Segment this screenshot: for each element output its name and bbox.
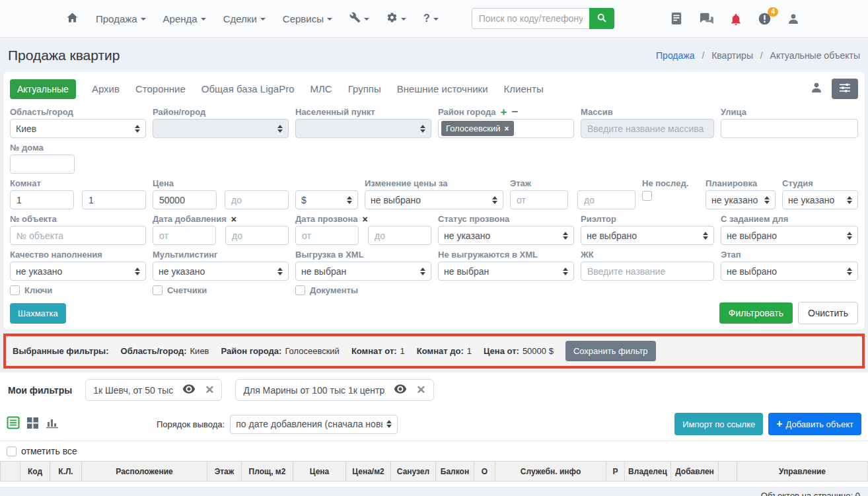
- delete-filter-icon[interactable]: ✕: [205, 384, 214, 396]
- col-r[interactable]: Р: [606, 462, 625, 481]
- col-bathroom[interactable]: Санузел: [391, 462, 436, 481]
- counters-checkbox[interactable]: [153, 285, 163, 295]
- tab-actual[interactable]: Актуальные: [10, 79, 76, 99]
- rooms-to-input[interactable]: [82, 190, 146, 209]
- floor-from-input[interactable]: [510, 190, 568, 209]
- with-task-for-select[interactable]: не выбрано: [721, 226, 858, 245]
- breadcrumb-link-sales[interactable]: Продажа: [656, 50, 694, 61]
- tab-mls[interactable]: МЛС: [310, 83, 332, 94]
- date-called-from-input[interactable]: [295, 226, 359, 245]
- district-city-select[interactable]: [153, 119, 289, 138]
- grid-view-icon[interactable]: [26, 417, 39, 432]
- chart-view-icon[interactable]: [46, 417, 59, 431]
- search-button[interactable]: [589, 8, 614, 29]
- filter-settings-button[interactable]: [832, 79, 858, 99]
- massiv-input[interactable]: [581, 119, 714, 138]
- saved-filter-name[interactable]: 1к Шевч, от 50 тыс: [93, 385, 173, 396]
- col-area[interactable]: Площ, м2: [242, 462, 293, 481]
- not-last-checkbox[interactable]: [642, 191, 652, 201]
- keys-checkbox[interactable]: [10, 285, 20, 295]
- remove-tag-icon[interactable]: ×: [505, 125, 509, 133]
- notifications-bell-icon[interactable]: [730, 12, 742, 26]
- list-view-icon[interactable]: [7, 416, 20, 432]
- nav-menu-sales[interactable]: Продажа: [96, 13, 146, 24]
- street-input[interactable]: [721, 119, 858, 138]
- gear-icon: [386, 12, 398, 25]
- breadcrumb-item[interactable]: Квартиры: [711, 50, 753, 61]
- settlement-select[interactable]: [295, 119, 431, 138]
- col-code[interactable]: Код: [20, 462, 50, 481]
- col-price[interactable]: Цена: [293, 462, 346, 481]
- multilisting-select[interactable]: не указано: [153, 262, 289, 281]
- tools-menu[interactable]: [349, 12, 369, 25]
- region-select[interactable]: Киев: [10, 119, 146, 138]
- date-added-to-input[interactable]: [225, 226, 289, 245]
- chess-view-button[interactable]: Шахматка: [10, 303, 66, 324]
- currency-select[interactable]: $: [295, 190, 358, 209]
- realtor-select[interactable]: не выбрано: [581, 226, 714, 245]
- layout-select[interactable]: не указано: [705, 190, 776, 209]
- documents-checkbox[interactable]: [295, 285, 305, 295]
- col-added[interactable]: Добавлен: [671, 462, 719, 481]
- tab-clients[interactable]: Клиенты: [504, 83, 544, 94]
- clear-date-added-icon[interactable]: ×: [231, 215, 236, 224]
- view-filter-eye-icon[interactable]: [182, 384, 196, 396]
- tab-groups[interactable]: Группы: [348, 83, 381, 94]
- city-district-tagbox[interactable]: Голосеевский ×: [438, 119, 574, 138]
- import-by-link-button[interactable]: Импорт по ссылке: [674, 413, 763, 435]
- clear-filter-button[interactable]: Очистить: [798, 302, 858, 324]
- add-object-button[interactable]: + Добавить объект: [768, 413, 861, 435]
- xml-upload-select[interactable]: не выбран: [295, 262, 431, 281]
- price-change-select[interactable]: не выбрано: [365, 190, 503, 209]
- apply-filter-button[interactable]: Фильтровать: [719, 302, 793, 324]
- date-called-to-input[interactable]: [368, 226, 431, 245]
- profile-icon[interactable]: [787, 13, 799, 25]
- help-menu[interactable]: ?: [423, 13, 439, 24]
- nav-menu-rent[interactable]: Аренда: [163, 13, 206, 24]
- clients-icon[interactable]: [811, 81, 822, 96]
- fill-quality-select[interactable]: не указано: [10, 262, 146, 281]
- sort-order-select[interactable]: по дате добавления (сначала новые): [230, 415, 398, 434]
- home-button[interactable]: [66, 11, 79, 26]
- price-to-input[interactable]: [225, 190, 289, 209]
- stage-select[interactable]: не выбрано: [721, 262, 858, 281]
- rooms-from-input[interactable]: [10, 190, 74, 209]
- zhk-input[interactable]: [581, 262, 714, 281]
- nav-menu-deals[interactable]: Сделки: [223, 13, 266, 24]
- col-service-info[interactable]: Служебн. инфо: [495, 462, 606, 481]
- save-filter-button[interactable]: Сохранить фильтр: [565, 341, 656, 361]
- price-from-input[interactable]: [153, 190, 217, 209]
- col-kl[interactable]: К.Л.: [50, 462, 82, 481]
- col-balcony[interactable]: Балкон: [436, 462, 474, 481]
- tab-external-sources[interactable]: Внешние источники: [397, 83, 488, 94]
- col-owner[interactable]: Владелец: [625, 462, 671, 481]
- alerts-icon[interactable]: 4: [758, 12, 772, 26]
- object-no-input[interactable]: [10, 226, 146, 245]
- journal-icon[interactable]: [670, 12, 682, 25]
- studio-select[interactable]: не указано: [782, 190, 858, 209]
- clear-date-called-icon[interactable]: ×: [363, 215, 368, 224]
- col-price-per-m2[interactable]: Цена/м2: [346, 462, 391, 481]
- remove-district-icon[interactable]: −: [511, 106, 518, 118]
- col-management[interactable]: Управление: [737, 462, 868, 481]
- tab-archive[interactable]: Архив: [92, 83, 120, 94]
- call-status-select[interactable]: не указано: [438, 226, 574, 245]
- xml-excluded-select[interactable]: не выбран: [438, 262, 574, 281]
- add-district-icon[interactable]: +: [501, 106, 507, 118]
- delete-filter-icon[interactable]: ✕: [416, 384, 425, 396]
- house-no-input[interactable]: [10, 155, 75, 174]
- tab-ligapro-base[interactable]: Общая база LigaPro: [201, 83, 295, 94]
- floor-to-input[interactable]: [577, 190, 635, 209]
- messages-icon[interactable]: [698, 12, 714, 25]
- col-floor[interactable]: Этаж: [207, 462, 242, 481]
- select-all-checkbox[interactable]: [7, 446, 17, 456]
- nav-menu-services[interactable]: Сервисы: [283, 13, 332, 24]
- saved-filter-name[interactable]: Для Марины от 100 тыс 1к центр: [243, 385, 384, 396]
- date-added-from-input[interactable]: [153, 226, 216, 245]
- col-o[interactable]: О: [474, 462, 495, 481]
- col-location[interactable]: Расположение: [82, 462, 207, 481]
- tab-third-party[interactable]: Сторонние: [135, 83, 186, 94]
- settings-menu[interactable]: [386, 12, 406, 25]
- view-filter-eye-icon[interactable]: [394, 384, 407, 396]
- search-input[interactable]: [472, 8, 589, 29]
